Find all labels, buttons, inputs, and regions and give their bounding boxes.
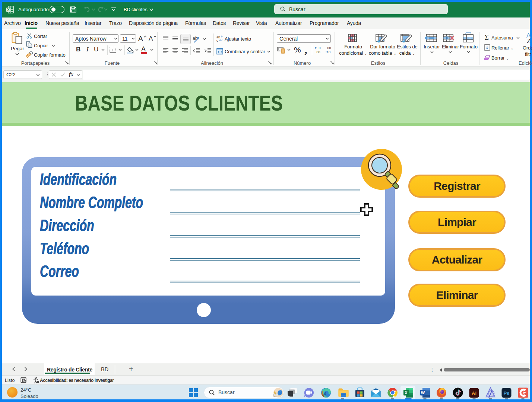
- svg-text:c: c: [216, 39, 218, 42]
- svg-text:Ps: Ps: [504, 390, 510, 396]
- svg-text:.00: .00: [316, 50, 320, 54]
- svg-text:X: X: [7, 7, 10, 12]
- svg-text:X: X: [405, 390, 408, 395]
- svg-text:.0: .0: [318, 46, 321, 50]
- svg-text:ab: ab: [193, 36, 198, 41]
- svg-text:.00: .00: [326, 46, 331, 50]
- svg-text:W: W: [421, 390, 425, 395]
- svg-text:Ai: Ai: [472, 390, 476, 396]
- svg-text:0: 0: [329, 50, 330, 54]
